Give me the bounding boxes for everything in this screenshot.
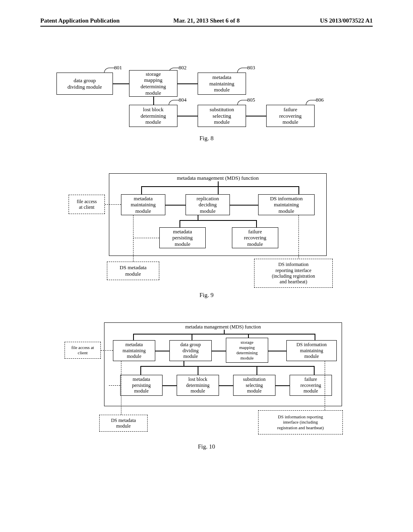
header-left: Patent Application Publication (40, 17, 120, 24)
tag-801: 801 (114, 64, 122, 71)
fig9-replication-deciding: replication deciding module (186, 194, 230, 215)
fig10-metadata-maintaining: metadata maintaining module (113, 340, 155, 361)
fig10-storage-mapping-determining: storage mapping determining module (226, 338, 268, 363)
fig10-substitution-selecting: substitution selecting module (233, 375, 275, 396)
fig9-ds-metadata: DS metadata module (107, 262, 159, 280)
box-802: storage mapping determining module (129, 70, 177, 97)
fig9-metadata-persisting: metadata persisting module (159, 227, 206, 248)
fig10-lost-block-determining: lost block determining module (177, 375, 219, 396)
fig10-metadata-persisting: metadata persisting module (120, 375, 163, 396)
fig8: 801 data group dividing module 802 stora… (0, 64, 413, 157)
header-right: US 2013/0073522 A1 (320, 17, 373, 24)
fig8-caption: Fig. 8 (186, 135, 227, 142)
fig10-client: file access at client (65, 342, 101, 359)
fig9-ds-info-maintain: DS information maintaining module (258, 194, 315, 215)
fig10-ds-metadata: DS metadata module (99, 415, 148, 432)
fig9: metadata management (MDS) function file … (0, 169, 413, 314)
box-804: lost block determining module (129, 105, 177, 127)
tag-806: 806 (316, 97, 324, 103)
box-805: substitution selecting module (198, 105, 246, 127)
fig9-client: file access at client (69, 195, 105, 214)
tag-803: 803 (247, 64, 255, 71)
fig9-failure-recovering: failure recovering module (232, 227, 278, 248)
fig10-title: metadata management (MDS) function (104, 324, 342, 330)
box-801: data group dividing module (56, 73, 113, 95)
fig10-caption: Fig. 10 (186, 443, 227, 450)
page-header: Patent Application Publication Mar. 21, … (40, 24, 373, 27)
tag-805: 805 (247, 97, 255, 103)
fig9-ds-report: DS information reporting interface (incl… (254, 259, 333, 288)
fig9-title: metadata management (MDS) function (109, 175, 327, 181)
fig10-failure-recovering: failure recovering module (290, 375, 332, 396)
fig10-ds-report: DS information reporting interface (incl… (258, 410, 343, 434)
box-803: metadata maintaining module (198, 73, 246, 95)
box-806: failure recovering module (266, 105, 315, 127)
fig10-data-group-dividing: data group dividing module (169, 340, 212, 361)
tag-804: 804 (179, 97, 187, 103)
fig9-caption: Fig. 9 (186, 292, 227, 299)
header-mid: Mar. 21, 2013 Sheet 6 of 8 (173, 17, 240, 24)
fig9-metadata-maintaining: metadata maintaining module (121, 194, 165, 215)
fig10-ds-info-maintain: DS information maintaining module (286, 340, 337, 361)
tag-802: 802 (179, 64, 187, 71)
fig10: metadata management (MDS) function file … (0, 318, 413, 472)
